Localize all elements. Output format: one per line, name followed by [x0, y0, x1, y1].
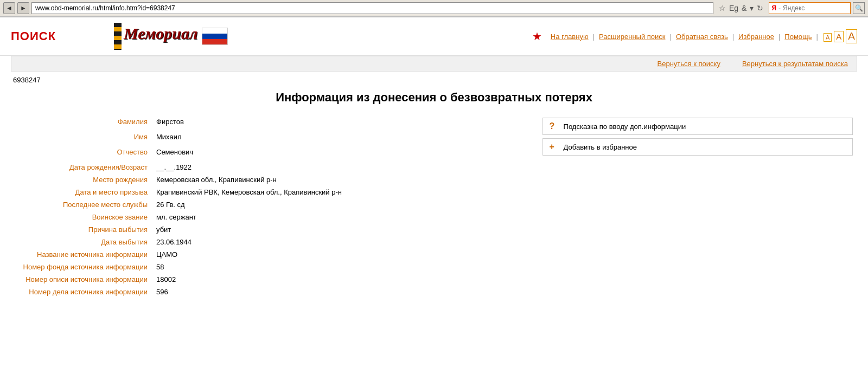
poisk-label: ПОИСК [11, 29, 56, 43]
yandex-search-button[interactable]: 🔍 [853, 2, 865, 14]
table-row: Дата выбытия 23.06.1944 [11, 236, 857, 248]
field-value-draft: Крапивинский РВК, Кемеровская обл., Крап… [152, 186, 538, 198]
info-table: Фамилия Фирстов ? Подсказка по вводу доп… [11, 115, 857, 298]
yandex-search-input[interactable] [783, 4, 848, 12]
field-label-dob: Дата рождения/Возраст [11, 161, 152, 173]
field-value-familiya: Фирстов [152, 115, 538, 131]
logo-text-block: Мемориал [124, 25, 197, 48]
header-left: ПОИСК [11, 29, 98, 43]
table-row: Место рождения Кемеровская обл., Крапиви… [11, 173, 857, 186]
info-title: Информация из донесения о безвозвратных … [11, 91, 857, 105]
hint-button[interactable]: ? Подсказка по вводу доп.информации [542, 118, 853, 135]
star-icon[interactable]: ☆ [719, 4, 726, 12]
ampersand-icon[interactable]: & [742, 4, 746, 12]
table-row: Номер дела источника информации 596 [11, 286, 857, 298]
nav-star-icon: ★ [532, 30, 542, 43]
plus-icon: + [550, 142, 558, 152]
field-label-familiya: Фамилия [11, 115, 152, 131]
table-row: Причина выбытия убит [11, 223, 857, 236]
field-value-opis: 18002 [152, 273, 538, 286]
url-text: www.obd-memorial.ru/html/info.htm?id=693… [35, 4, 710, 12]
field-label-lastunit: Последнее место службы [11, 198, 152, 211]
table-row: Дата рождения/Возраст __.__.1922 [11, 161, 857, 173]
field-value-death-date: 23.06.1944 [152, 236, 538, 248]
field-label-draft: Дата и место призыва [11, 186, 152, 198]
field-value-dob: __.__.1922 [152, 161, 538, 173]
logo-memorial-text: Мемориал [124, 25, 197, 42]
yandex-logo: Я [771, 4, 776, 12]
nav-link-home[interactable]: На главную [546, 33, 593, 41]
field-label-delo: Номер дела источника информации [11, 286, 152, 298]
field-label-birthplace: Место рождения [11, 173, 152, 186]
yandex-search-box[interactable]: Я - [769, 2, 851, 14]
ribbon-decoration [114, 23, 122, 50]
field-value-lastunit: 26 Гв. сд [152, 198, 538, 211]
table-row: Воинское звание мл. сержант [11, 211, 857, 223]
nav-link-feedback[interactable]: Обратная связь [672, 33, 732, 41]
table-row: Номер фонда источника информации 58 [11, 261, 857, 273]
field-label-opis: Номер описи источника информации [11, 273, 152, 286]
forward-button[interactable]: ► [17, 2, 29, 14]
add-favorites-button[interactable]: + Добавить в избранное [542, 138, 853, 156]
header-nav: ★ На главную | Расширенный поиск | Обрат… [244, 29, 857, 43]
nav-link-adv-search[interactable]: Расширенный поиск [595, 33, 669, 41]
yandex-search-bar: Я - 🔍 [769, 2, 865, 14]
refresh-icon[interactable]: ↻ [757, 4, 763, 12]
font-size-controls: А А А [824, 29, 857, 43]
field-value-rank: мл. сержант [152, 211, 538, 223]
table-row: Фамилия Фирстов ? Подсказка по вводу доп… [11, 115, 857, 131]
russia-flag [202, 28, 228, 45]
logo-container: Мемориал [114, 23, 228, 50]
nav-sep-5: | [816, 33, 818, 41]
field-value-fond: 58 [152, 261, 538, 273]
field-label-death-date: Дата выбытия [11, 236, 152, 248]
site-header: ПОИСК Мемориал [0, 17, 868, 56]
header-logo: Мемориал [114, 23, 228, 50]
page-wrapper: ПОИСК Мемориал [0, 17, 868, 380]
yandex-separator: - [778, 4, 781, 12]
question-icon: ? [550, 121, 558, 131]
back-to-search-link[interactable]: Вернуться к поиску [658, 60, 720, 68]
dropdown-icon[interactable]: ▾ [750, 4, 754, 12]
address-bar[interactable]: www.obd-memorial.ru/html/info.htm?id=693… [31, 2, 713, 14]
logo-subtitle [124, 42, 197, 48]
field-label-rank: Воинское звание [11, 211, 152, 223]
flag-white [202, 28, 227, 34]
font-size-medium[interactable]: А [834, 31, 844, 42]
field-label-fond: Номер фонда источника информации [11, 261, 152, 273]
font-size-small[interactable]: А [824, 33, 832, 42]
field-label-source-name: Название источника информации [11, 248, 152, 261]
field-label-cause: Причина выбытия [11, 223, 152, 236]
flag-red [202, 39, 227, 44]
field-label-imya: Имя [11, 131, 152, 146]
table-row: Номер описи источника информации 18002 [11, 273, 857, 286]
add-favorites-label: Добавить в избранное [564, 143, 637, 151]
field-value-birthplace: Кемеровская обл., Крапивинский р-н [152, 173, 538, 186]
feed-icon[interactable]: Eg [729, 4, 738, 12]
table-row: Название источника информации ЦАМО [11, 248, 857, 261]
back-to-results-link[interactable]: Вернуться к результатам поиска [742, 60, 848, 68]
field-value-imya: Михаил [152, 131, 538, 146]
table-row: Дата и место призыва Крапивинский РВК, К… [11, 186, 857, 198]
table-row: Последнее место службы 26 Гв. сд [11, 198, 857, 211]
field-label-otchestvo: Отчество [11, 146, 152, 161]
flag-blue [202, 34, 227, 39]
field-value-otchestvo: Семенович [152, 146, 538, 161]
browser-toolbar: ☆ Eg & ▾ ↻ [719, 4, 763, 12]
top-actions-bar: Вернуться к поиску Вернуться к результат… [11, 56, 857, 72]
side-actions-panel: ? Подсказка по вводу доп.информации + До… [538, 115, 857, 161]
field-value-source-name: ЦАМО [152, 248, 538, 261]
field-value-delo: 596 [152, 286, 538, 298]
hint-label: Подсказка по вводу доп.информации [564, 122, 686, 131]
main-content: Вернуться к поиску Вернуться к результат… [0, 56, 868, 309]
nav-link-help[interactable]: Помощь [780, 33, 816, 41]
record-id: 6938247 [11, 76, 857, 84]
field-value-cause: убит [152, 223, 538, 236]
font-size-large[interactable]: А [846, 29, 857, 43]
back-button[interactable]: ◄ [3, 2, 15, 14]
nav-link-favorites[interactable]: Избранное [734, 33, 778, 41]
